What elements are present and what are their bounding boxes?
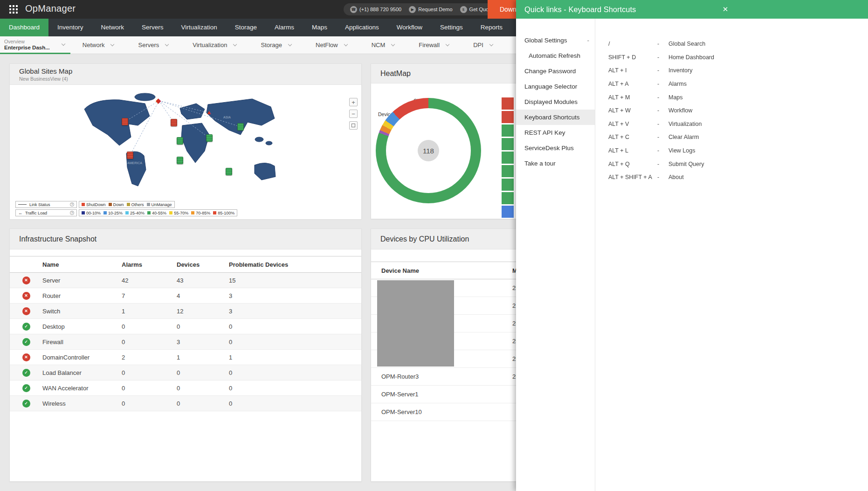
cell-name: Server — [42, 277, 122, 284]
quicklinks-menu-item[interactable]: Change Password — [516, 63, 595, 79]
nav-item[interactable]: Inventory — [48, 19, 92, 36]
table-row[interactable]: DomainController 2 1 1 — [10, 350, 361, 365]
zoom-in-button[interactable]: + — [349, 98, 358, 106]
help-icon[interactable]: ? — [70, 202, 74, 207]
heatmap-donut[interactable]: 118 — [376, 98, 481, 203]
heatmap-tile[interactable] — [502, 124, 514, 137]
quicklinks-menu-item[interactable]: Global Settings - — [516, 33, 595, 48]
site-marker[interactable] — [171, 119, 177, 126]
quicklinks-menu-item[interactable]: REST API Key — [516, 125, 595, 140]
site-marker[interactable] — [206, 134, 213, 142]
quicklinks-menu-item[interactable]: Keyboard Shortcuts — [516, 110, 595, 125]
table-row[interactable]: Firewall 0 3 0 — [10, 334, 361, 350]
subnav-item[interactable]: DPI — [461, 36, 505, 54]
world-map-svg: ASIA AMERICA — [75, 90, 280, 200]
heatmap-tile[interactable] — [502, 97, 514, 110]
cell-name: Switch — [42, 308, 122, 315]
nav-item[interactable]: Storage — [226, 19, 266, 36]
subnav-item[interactable]: NetFlow — [303, 36, 359, 54]
site-marker[interactable] — [177, 137, 183, 145]
table-row[interactable]: WAN Accelerator 0 0 0 — [10, 380, 361, 396]
subnav-item[interactable]: Network — [70, 36, 126, 54]
status-icon — [22, 384, 30, 392]
phone-icon[interactable]: ☎ (+1) 888 720 9500 — [350, 6, 401, 13]
cell-problematic: 0 — [229, 369, 361, 376]
cell-devices: 0 — [177, 400, 229, 407]
quicklinks-menu-item[interactable]: Displayed Modules — [516, 94, 595, 110]
site-marker[interactable] — [226, 168, 232, 175]
fullscreen-icon — [351, 124, 355, 127]
subnav-item[interactable]: Storage — [248, 36, 303, 54]
cell-alarms: 7 — [122, 292, 177, 299]
nav-item[interactable]: Network — [92, 19, 133, 36]
legend-item: ShutDown — [82, 202, 106, 207]
tab-overview-label: Overview — [4, 39, 50, 44]
table-row[interactable]: Router 7 4 3 — [10, 288, 361, 304]
cell-problematic: 3 — [229, 292, 361, 299]
heatmap-tile[interactable] — [502, 138, 514, 150]
shortcut-key: ALT + M — [608, 94, 657, 101]
nav-item[interactable]: Settings — [431, 19, 472, 36]
table-row[interactable]: Switch 1 12 3 — [10, 304, 361, 319]
fullscreen-button[interactable] — [349, 121, 358, 130]
chevron-down-icon — [233, 42, 237, 46]
cell-name: Router — [42, 292, 122, 299]
nav-item[interactable]: Virtualization — [172, 19, 226, 36]
site-marker-diamond[interactable]: ◆ — [156, 97, 161, 104]
subnav-item[interactable]: NCM — [359, 36, 407, 54]
nav-item[interactable]: Alarms — [266, 19, 303, 36]
subnav-item[interactable]: Virtualization — [180, 36, 248, 54]
nav-item[interactable]: Reports — [472, 19, 511, 36]
shortcut-key: ALT + W — [608, 107, 657, 114]
table-header: Name Alarms Devices Problematic Devices — [10, 256, 361, 273]
site-marker[interactable] — [237, 123, 244, 131]
heatmap-tile[interactable] — [502, 179, 514, 191]
world-map[interactable]: ASIA AMERICA ◆ ▲ + − Link Status ? — [10, 85, 361, 219]
subnav-item[interactable]: Firewall — [406, 36, 461, 54]
shortcut-key: ALT + A — [608, 81, 657, 87]
shortcut-action: Maps — [668, 94, 683, 101]
heatmap-tile[interactable] — [502, 206, 514, 218]
chevron-down-icon — [489, 42, 493, 46]
nav-item[interactable]: Applications — [336, 19, 388, 36]
shortcut-separator: - — [657, 107, 668, 114]
table-row[interactable]: Desktop 0 0 0 — [10, 319, 361, 334]
nav-item[interactable]: Servers — [133, 19, 172, 36]
heatmap-tile[interactable] — [502, 152, 514, 164]
site-marker-triangle[interactable]: ▲ — [206, 109, 212, 115]
tab-enterprise-dashboard[interactable]: Overview Enterprise Dash... — [0, 36, 70, 54]
nav-item[interactable]: Maps — [303, 19, 336, 36]
help-icon[interactable]: ? — [70, 211, 74, 215]
quicklinks-menu-item[interactable]: Automatic Refresh — [516, 48, 595, 63]
site-marker[interactable] — [127, 152, 133, 159]
legend-item: 40-55% — [147, 211, 166, 215]
apps-grid-icon[interactable] — [9, 5, 18, 14]
shortcut-row: ALT + L - View Logs — [608, 144, 714, 158]
quicklinks-menu-item[interactable]: Take a tour — [516, 156, 595, 171]
heatmap-tile[interactable] — [502, 192, 514, 204]
infrastructure-snapshot-panel: Infrastructure Snapshot Name Alarms Devi… — [9, 228, 362, 482]
table-row[interactable]: Wireless 0 0 0 — [10, 396, 361, 411]
shortcut-separator: - — [657, 81, 668, 87]
map-legend: Link Status ? ShutDown Down — [15, 200, 237, 216]
zoom-out-button[interactable]: − — [349, 110, 358, 118]
cell-alarms: 1 — [122, 308, 177, 315]
chevron-down-icon — [288, 42, 292, 46]
heatmap-tile[interactable] — [502, 165, 514, 177]
table-row[interactable]: Server 42 43 15 — [10, 273, 361, 288]
subnav-item[interactable]: Servers — [126, 36, 180, 54]
quicklinks-menu-item[interactable]: Language Selector — [516, 79, 595, 94]
heatmap-tile[interactable] — [502, 111, 514, 123]
close-icon[interactable]: ✕ — [718, 0, 732, 19]
quicklinks-menu-item[interactable]: ServiceDesk Plus — [516, 140, 595, 156]
site-marker[interactable] — [177, 157, 183, 164]
shortcut-separator: - — [657, 161, 668, 167]
nav-item[interactable]: Workflow — [388, 19, 431, 36]
nav-item[interactable]: Dashboard — [0, 19, 48, 36]
chevron-down-icon — [110, 42, 114, 46]
site-marker[interactable] — [122, 118, 128, 125]
request-demo-icon[interactable]: ▶ Request Demo — [409, 6, 452, 13]
shortcut-separator: - — [657, 54, 668, 61]
cell-device-name: OPM-Server10 — [371, 408, 502, 415]
table-row[interactable]: Load Balancer 0 0 0 — [10, 365, 361, 380]
